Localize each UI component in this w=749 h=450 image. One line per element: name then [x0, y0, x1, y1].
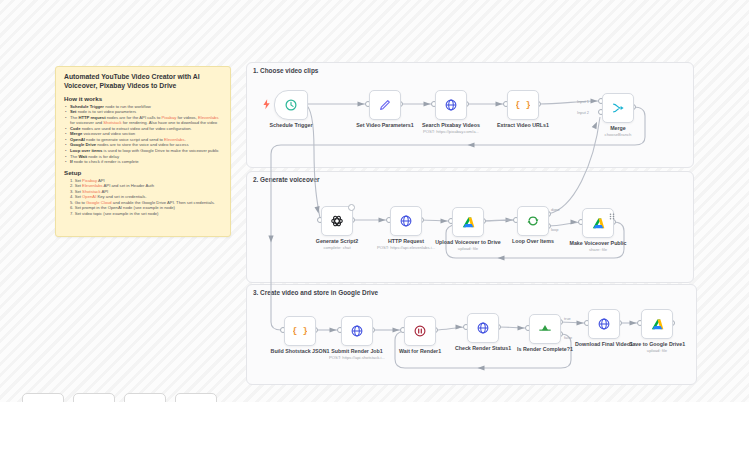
node-label: HTTP Request: [373, 238, 439, 244]
node-text: Is Render Complete?1: [512, 346, 578, 352]
node-label: Wait for Render1: [387, 348, 453, 354]
pause-icon: [405, 317, 435, 345]
node-subtitle: POST: https://api.elevenlabs.i...: [373, 245, 439, 250]
node-label: Set Video Parameters1: [352, 122, 418, 128]
ifsplit-icon: [530, 315, 560, 343]
node-label: Submit Render Job1: [324, 348, 390, 354]
node-text: Extract Video URLs1: [490, 122, 556, 128]
wait-for-render-node[interactable]: Wait for Render1: [404, 316, 436, 346]
setup-heading: Setup: [64, 169, 222, 176]
node-text: Save to Google Drive1upload: file: [624, 341, 690, 353]
setup-list: 1. Set Pixabay API2. Set Elevenlabs API …: [64, 178, 222, 217]
globe-icon: [468, 314, 498, 342]
note-list-item: •If node to check if render is complete: [64, 159, 222, 165]
node-label: Upload Voiceover to Drive: [435, 239, 501, 245]
loop-icon: [518, 207, 548, 235]
node-text: HTTP RequestPOST: https://api.elevenlabs…: [373, 238, 439, 250]
save-to-google-drive-node[interactable]: Save to Google Drive1upload: file: [641, 309, 673, 339]
node-label: Is Render Complete?1: [512, 346, 578, 352]
canvas-control-button-2[interactable]: [73, 393, 115, 402]
section-label: 1. Choose video clips: [253, 67, 318, 74]
node-label: Merge: [585, 125, 651, 131]
node-text: Search Pixabay VideosPOST: https://pixab…: [418, 122, 484, 134]
node-label: Save to Google Drive1: [624, 341, 690, 347]
upload-voiceover-to-drive-node[interactable]: Upload Voiceover to Driveupload: file: [452, 207, 484, 237]
node-badge-dots: [609, 206, 615, 213]
braces-icon: { }: [285, 317, 315, 345]
schedule-trigger-node[interactable]: Schedule Trigger: [274, 90, 308, 120]
node-text: Submit Render Job1POST: https://api.shot…: [324, 348, 390, 360]
how-it-works-heading: How it works: [64, 95, 222, 102]
workflow-canvas: 1. Choose video clips 2. Generate voiceo…: [0, 0, 749, 402]
node-badge-circle: [348, 204, 355, 211]
make-voiceover-public-node[interactable]: Make Voiceover Publicshare: file: [582, 208, 614, 238]
section-label: 2. Generate voiceover: [253, 176, 319, 183]
generate-script-node[interactable]: Generate Script2complete: chat: [321, 206, 353, 236]
extract-video-urls-node[interactable]: { }Extract Video URLs1: [507, 90, 539, 120]
gdrive-icon: [453, 208, 483, 236]
globe-icon: [391, 207, 421, 235]
search-pixabay-videos-node[interactable]: Search Pixabay VideosPOST: https://pixab…: [435, 90, 467, 120]
merge-icon: [603, 94, 633, 122]
note-list-item: 7. Set video topic (see example in the s…: [64, 211, 222, 217]
node-subtitle: upload: file: [435, 246, 501, 251]
globe-icon: [342, 317, 372, 345]
note-list-item: •The HTTP request nodes are for the API …: [64, 115, 222, 126]
svg-text:{ }: { }: [293, 325, 307, 336]
sticky-note-title: Automated YouTube Video Creator with AI …: [64, 73, 222, 91]
node-label: Search Pixabay Videos: [418, 122, 484, 128]
canvas-control-button-1[interactable]: [22, 393, 64, 402]
node-label: Generate Script2: [304, 238, 370, 244]
bottom-margin: [0, 402, 749, 450]
build-shotstack-json-node[interactable]: { }Build Shotstack JSON1: [284, 316, 316, 346]
node-text: Wait for Render1: [387, 348, 453, 354]
globe-icon: [436, 91, 466, 119]
node-subtitle: chooseBranch: [585, 132, 651, 137]
is-render-complete-node[interactable]: Is Render Complete?1: [529, 314, 561, 344]
sticky-note[interactable]: Automated YouTube Video Creator with AI …: [55, 66, 231, 237]
trigger-bolt-icon: [261, 97, 271, 110]
set-video-parameters-node[interactable]: Set Video Parameters1: [369, 90, 401, 120]
braces-icon: { }: [508, 91, 538, 119]
node-subtitle: POST: https://pixabay.com/a...: [418, 129, 484, 134]
canvas-control-button-4[interactable]: [175, 393, 217, 402]
node-text: Check Render Status1: [450, 345, 516, 351]
node-label: Loop Over Items: [500, 238, 566, 244]
node-label: Extract Video URLs1: [490, 122, 556, 128]
node-text: Schedule Trigger: [258, 122, 324, 128]
node-text: Upload Voiceover to Driveupload: file: [435, 239, 501, 251]
check-render-status-node[interactable]: Check Render Status1: [467, 313, 499, 343]
section-label: 3. Create video and store in Google Driv…: [253, 289, 378, 296]
workflow-preview-page: 1. Choose video clips 2. Generate voiceo…: [0, 0, 749, 450]
http-request-node[interactable]: HTTP RequestPOST: https://api.elevenlabs…: [390, 206, 422, 236]
node-subtitle: upload: file: [624, 348, 690, 353]
loop-over-items-node[interactable]: Loop Over Items: [517, 206, 549, 236]
node-text: Make Voiceover Publicshare: file: [565, 240, 631, 252]
node-text: Loop Over Items: [500, 238, 566, 244]
merge-node[interactable]: MergechooseBranch: [602, 93, 634, 123]
node-label: Check Render Status1: [450, 345, 516, 351]
node-text: Set Video Parameters1: [352, 122, 418, 128]
canvas-control-button-3[interactable]: [124, 393, 166, 402]
globe-icon: [589, 310, 619, 338]
node-subtitle: share: file: [565, 247, 631, 252]
node-subtitle: complete: chat: [304, 245, 370, 250]
download-final-video-node[interactable]: Download Final Video1: [588, 309, 620, 339]
node-label: Schedule Trigger: [258, 122, 324, 128]
how-it-works-list: •Schedule Trigger node to run the workfl…: [64, 104, 222, 165]
node-subtitle: POST: https://api.shotstack.i...: [324, 355, 390, 360]
clock-icon: [275, 91, 307, 119]
gdrive-icon: [642, 310, 672, 338]
node-text: MergechooseBranch: [585, 125, 651, 137]
openai-icon: [322, 207, 352, 235]
submit-render-job-node[interactable]: Submit Render Job1POST: https://api.shot…: [341, 316, 373, 346]
pencil-icon: [370, 91, 400, 119]
node-text: Generate Script2complete: chat: [304, 238, 370, 250]
node-label: Make Voiceover Public: [565, 240, 631, 246]
svg-text:{ }: { }: [516, 99, 530, 110]
